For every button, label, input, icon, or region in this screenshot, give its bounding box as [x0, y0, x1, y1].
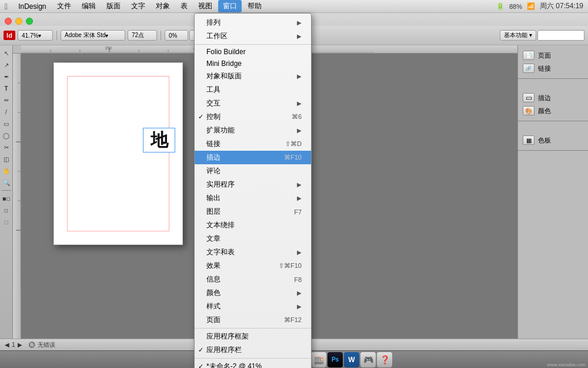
maximize-button[interactable]: [26, 18, 33, 25]
tool-select[interactable]: ↖: [1, 48, 12, 58]
tool-zoom[interactable]: 🔍: [1, 177, 12, 188]
menu-item-story[interactable]: 文章: [195, 232, 311, 246]
tool-type[interactable]: T: [1, 83, 12, 94]
font-select[interactable]: Adobe 宋体 Std ▾: [61, 30, 125, 41]
panel-item-stroke[interactable]: ▭ 描边: [520, 91, 586, 104]
menu-item-color[interactable]: 颜色 ▶: [195, 286, 311, 300]
page-nav-right[interactable]: ▶: [18, 342, 22, 348]
menu-item-appbar[interactable]: ✓ 应用程序栏: [195, 343, 311, 357]
tool-mode[interactable]: ◻: [1, 205, 12, 216]
menu-indesign[interactable]: InDesign: [14, 1, 51, 12]
tracking-input[interactable]: 0%: [165, 30, 188, 41]
tool-scissors[interactable]: ✂: [1, 142, 12, 152]
separator-1: [56, 31, 57, 40]
text-content: 地: [151, 128, 168, 152]
submenu-arrow-textandtable: ▶: [297, 249, 302, 256]
panel-item-links[interactable]: 🔗 链接: [520, 62, 586, 75]
menu-file[interactable]: 文件: [52, 0, 76, 12]
menu-item-document[interactable]: ✓ *未命名-2 @ 41%: [195, 360, 311, 368]
menu-item-objlayout[interactable]: 对象和版面 ▶: [195, 69, 311, 83]
shortcut-info: F8: [294, 276, 302, 283]
basic-function-btn[interactable]: 基本功能 ▾: [500, 30, 536, 41]
menu-table[interactable]: 表: [176, 0, 192, 12]
menu-item-info[interactable]: 信息 F8: [195, 273, 311, 286]
menu-label-styles: 样式: [206, 301, 297, 311]
tool-gradient[interactable]: ◫: [1, 154, 12, 164]
menu-label-utils: 实用程序: [206, 180, 297, 190]
menu-label-control: 控制: [206, 112, 286, 122]
menu-help[interactable]: 帮助: [243, 0, 266, 12]
menu-separator-1: [195, 44, 311, 45]
menu-item-interact[interactable]: 交互 ▶: [195, 97, 311, 110]
menu-item-textandtable[interactable]: 文字和表 ▶: [195, 246, 311, 259]
menu-label-minibridge: Mini Bridge: [206, 59, 302, 68]
search-input[interactable]: [537, 30, 584, 41]
dock-misc1[interactable]: 🎮: [360, 352, 376, 367]
tool-hand[interactable]: ✋: [1, 165, 12, 176]
wifi-icon: 📶: [527, 2, 535, 10]
menu-label-extend: 扩展功能: [206, 125, 297, 135]
menu-window[interactable]: 窗口: [218, 0, 242, 12]
tool-direct-select[interactable]: ↗: [1, 59, 12, 70]
links-label: 链接: [538, 64, 551, 73]
dock-misc2[interactable]: ❓: [377, 352, 392, 367]
close-button[interactable]: [5, 18, 12, 25]
menu-object[interactable]: 对象: [151, 0, 175, 12]
tool-view[interactable]: ⬚: [1, 217, 12, 227]
toolbox: ↖ ↗ ✒ T ✏ / ▭ ◯ ✂ ◫ ✋ 🔍 ◼◻ ◻ ⬚: [0, 45, 13, 339]
tool-rect[interactable]: ▭: [1, 118, 12, 129]
apple-menu[interactable]: : [5, 2, 8, 11]
menu-layout[interactable]: 版面: [102, 0, 125, 12]
menu-item-stroke[interactable]: 描边 ⌘F10: [195, 151, 311, 164]
menu-label-document: *未命名-2 @ 41%: [206, 362, 302, 368]
menu-item-comment[interactable]: 评论: [195, 164, 311, 178]
panel-item-color[interactable]: 🎨 颜色: [520, 104, 586, 117]
menu-edit[interactable]: 编辑: [77, 0, 101, 12]
tool-fill[interactable]: ◼◻: [1, 193, 12, 204]
menu-item-effects[interactable]: 效果 ⇧⌘F10: [195, 259, 311, 273]
dock-word[interactable]: W: [344, 352, 359, 367]
menu-item-layers[interactable]: 图层 F7: [195, 205, 311, 218]
menu-item-output[interactable]: 输出 ▶: [195, 191, 311, 205]
menu-item-textwrap[interactable]: 文本绕排: [195, 218, 311, 232]
menu-label-appbar: 应用程序栏: [206, 345, 302, 355]
menu-text[interactable]: 文字: [126, 0, 150, 12]
panel-item-pages[interactable]: 📄 页面: [520, 49, 586, 62]
swatches-icon: ▦: [523, 135, 534, 145]
separator-2: [161, 31, 161, 40]
tool-pencil[interactable]: ✏: [1, 95, 12, 105]
text-frame[interactable]: 地: [143, 128, 175, 152]
menu-item-workspace[interactable]: 工作区 ▶: [195, 29, 311, 43]
menu-item-minibridge[interactable]: Mini Bridge: [195, 58, 311, 69]
menu-item-control[interactable]: ✓ 控制 ⌘6: [195, 110, 311, 124]
window-dropdown-menu[interactable]: 排列 ▶ 工作区 ▶ Folio Builder Mini Bridge 对象和…: [194, 13, 312, 368]
minimize-button[interactable]: [15, 18, 22, 25]
menu-item-pailie[interactable]: 排列 ▶: [195, 16, 311, 29]
submenu-arrow-extend: ▶: [297, 127, 302, 134]
dock-photoshop[interactable]: Ps: [328, 352, 343, 367]
menu-item-styles[interactable]: 样式 ▶: [195, 300, 311, 313]
page-nav-left[interactable]: ◀: [5, 342, 9, 348]
font-size-input[interactable]: 72点: [128, 30, 157, 41]
menu-item-links[interactable]: 链接 ⇧⌘D: [195, 137, 311, 151]
ruler-corner: [13, 45, 21, 53]
menu-item-folio[interactable]: Folio Builder: [195, 46, 311, 58]
tool-ellipse[interactable]: ◯: [1, 130, 12, 141]
shortcut-pages: ⌘F12: [284, 316, 302, 324]
menu-item-tools[interactable]: 工具: [195, 83, 311, 97]
menu-item-extend[interactable]: 扩展功能 ▶: [195, 124, 311, 137]
stroke-label: 描边: [538, 94, 551, 102]
pages-icon: 📄: [523, 51, 534, 60]
panel-item-swatches[interactable]: ▦ 色板: [520, 134, 586, 147]
tool-pen[interactable]: ✒: [1, 71, 12, 82]
tool-line[interactable]: /: [1, 107, 12, 117]
menu-item-appframe[interactable]: 应用程序框架: [195, 330, 311, 343]
status-indicator: 🔘: [28, 342, 35, 348]
menu-item-utils[interactable]: 实用程序 ▶: [195, 178, 311, 191]
shortcut-stroke: ⌘F10: [284, 154, 302, 161]
zoom-select[interactable]: 41.7% ▾: [18, 30, 53, 41]
menu-item-pages[interactable]: 页面 ⌘F12: [195, 313, 311, 327]
menu-view[interactable]: 视图: [193, 0, 217, 12]
time-display: 周六 07:54:19: [540, 1, 583, 11]
dock-appstore[interactable]: 🏬: [311, 352, 326, 367]
